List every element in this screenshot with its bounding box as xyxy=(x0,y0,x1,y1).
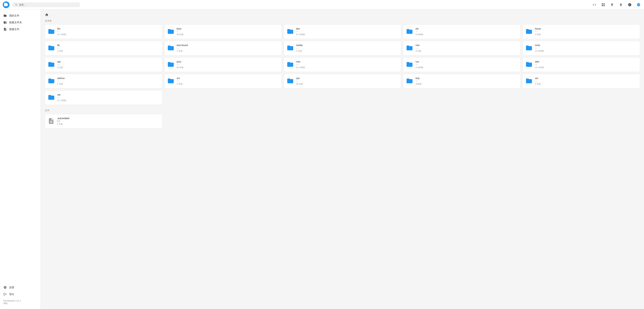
folder-date: 3 天前 xyxy=(296,50,303,52)
folder-card[interactable]: sys — 52 年前 xyxy=(284,74,401,88)
info-button[interactable] xyxy=(627,2,632,8)
sidebar-item-new-file-label: 新建文件 xyxy=(9,28,19,31)
folder-info: lib — 1 年前 xyxy=(57,44,63,52)
sidebar-item-logout[interactable]: 登出 xyxy=(0,291,40,298)
folder-date: 52 年前 xyxy=(177,33,184,36)
folder-icon xyxy=(287,28,294,36)
sidebar-footer: File Browser 2.21.1 帮助 xyxy=(0,298,40,306)
folder-date: 3 天前 xyxy=(57,66,63,69)
download-button[interactable] xyxy=(609,2,615,8)
folder-info: home — 2 年前 xyxy=(535,27,541,36)
folder-size: — xyxy=(416,30,423,33)
folder-card[interactable]: root — 11 小时前 xyxy=(284,58,401,72)
folder-name: mnt xyxy=(416,44,421,46)
folder-size: — xyxy=(535,30,541,33)
help-link[interactable]: 帮助 xyxy=(4,302,37,305)
folder-size: — xyxy=(57,64,63,66)
folder-icon xyxy=(167,61,174,69)
check-icon xyxy=(637,3,640,7)
folder-size: — xyxy=(57,30,66,33)
search-input[interactable] xyxy=(19,4,78,6)
folder-size: — xyxy=(177,64,184,66)
grid-icon xyxy=(601,3,605,7)
files-grid: .autorelabel 0 B 3 天前 xyxy=(45,114,640,128)
folder-date: 1 年前 xyxy=(177,82,182,86)
info-icon xyxy=(628,3,632,7)
folder-icon xyxy=(48,61,55,69)
folder-info: selinux — 1 年前 xyxy=(57,77,65,86)
sidebar-item-my-files-label: 我的文件 xyxy=(9,14,19,17)
folder-date: 1 年前 xyxy=(57,82,65,86)
sidebar-item-logout-label: 登出 xyxy=(9,293,14,296)
main-layout: 我的文件 新建文件夹 新建文件 设置 登出 xyxy=(0,10,644,309)
search-bar[interactable] xyxy=(12,2,80,7)
folder-size: — xyxy=(57,96,66,99)
check-button[interactable] xyxy=(636,2,641,8)
folder-name: proc xyxy=(177,60,184,63)
sidebar-item-new-folder-label: 新建文件夹 xyxy=(9,21,22,24)
sidebar-item-settings[interactable]: 设置 xyxy=(0,284,40,291)
folder-size: — xyxy=(57,80,65,82)
logo-icon xyxy=(4,3,8,7)
folder-icon xyxy=(48,94,55,102)
folder-name: var xyxy=(57,93,66,96)
sidebar-item-settings-label: 设置 xyxy=(9,286,14,289)
folder-card[interactable]: proc — 52 年前 xyxy=(164,58,282,72)
folder-size: — xyxy=(177,80,182,82)
folder-name: media xyxy=(296,44,303,46)
folder-card[interactable]: boot — 52 年前 xyxy=(164,24,282,39)
folder-name: root xyxy=(296,60,305,63)
folder-card[interactable]: dev — 27 分钟前 xyxy=(284,24,401,39)
folder-size: — xyxy=(296,47,303,49)
folder-card[interactable]: var — 11 小时前 xyxy=(45,90,162,105)
folder-card[interactable]: etc — 9 分钟前 xyxy=(403,24,520,39)
folder-card[interactable]: bin — 12 小时前 xyxy=(45,24,162,39)
folder-card[interactable]: selinux — 1 年前 xyxy=(45,74,162,88)
folder-card[interactable]: run — 4 分钟前 xyxy=(403,58,520,72)
header-actions xyxy=(592,2,641,8)
folder-date: 12 小时前 xyxy=(57,33,66,36)
folder-name: srv xyxy=(177,77,182,80)
upload-button[interactable] xyxy=(618,2,624,8)
folder-info: tmp — 几秒前 xyxy=(416,77,422,86)
folder-info: bin — 12 小时前 xyxy=(57,27,66,36)
folder-card[interactable]: srv — 1 年前 xyxy=(164,74,282,88)
home-icon xyxy=(45,13,48,17)
folder-card[interactable]: mnt — 3 天前 xyxy=(403,41,520,56)
content-area: 文件夹 bin — 12 小时前 boot — 52 年前 xyxy=(41,10,644,309)
grid-view-button[interactable] xyxy=(600,2,606,8)
folder-info: mnts — 14 分钟前 xyxy=(535,44,544,52)
folder-card[interactable]: lib — 1 年前 xyxy=(45,41,162,56)
file-doc-icon xyxy=(48,118,54,125)
folders-section-label: 文件夹 xyxy=(45,20,640,22)
folder-name: run xyxy=(416,60,423,63)
file-card[interactable]: .autorelabel 0 B 3 天前 xyxy=(45,114,162,128)
folder-card[interactable]: sbin — 12 小时前 xyxy=(522,58,640,72)
sidebar-item-my-files[interactable]: 我的文件 xyxy=(0,12,40,19)
folder-info: dev — 27 分钟前 xyxy=(296,27,305,36)
code-view-button[interactable] xyxy=(592,2,597,8)
folder-solid-icon xyxy=(4,14,7,17)
folder-card[interactable]: opt — 3 天前 xyxy=(45,58,162,72)
folder-card[interactable]: media — 3 天前 xyxy=(284,41,401,56)
folder-date: 2 年前 xyxy=(535,33,541,36)
folder-icon xyxy=(287,61,294,69)
folder-card[interactable]: tmp — 几秒前 xyxy=(403,74,520,88)
folder-icon xyxy=(167,28,174,36)
folder-icon xyxy=(167,44,174,52)
folder-card[interactable]: home — 2 年前 xyxy=(522,24,640,39)
sidebar-item-new-file[interactable]: 新建文件 xyxy=(0,26,40,33)
folder-info: usr — 3 天前 xyxy=(535,77,541,86)
folder-card[interactable]: usr — 3 天前 xyxy=(522,74,640,88)
sidebar-item-new-folder[interactable]: 新建文件夹 xyxy=(0,19,40,26)
folder-name: opt xyxy=(57,60,63,63)
folder-date: 3 天前 xyxy=(177,50,188,52)
folder-icon xyxy=(406,28,413,36)
folder-info: var — 11 小时前 xyxy=(57,93,66,102)
folder-size: — xyxy=(416,80,422,82)
folder-info: sys — 52 年前 xyxy=(296,77,303,86)
folder-card[interactable]: lost+found — 3 天前 xyxy=(164,41,282,56)
folder-size: — xyxy=(535,64,544,66)
folder-card[interactable]: mnts — 14 分钟前 xyxy=(522,41,640,56)
folder-name: mnts xyxy=(535,44,544,46)
